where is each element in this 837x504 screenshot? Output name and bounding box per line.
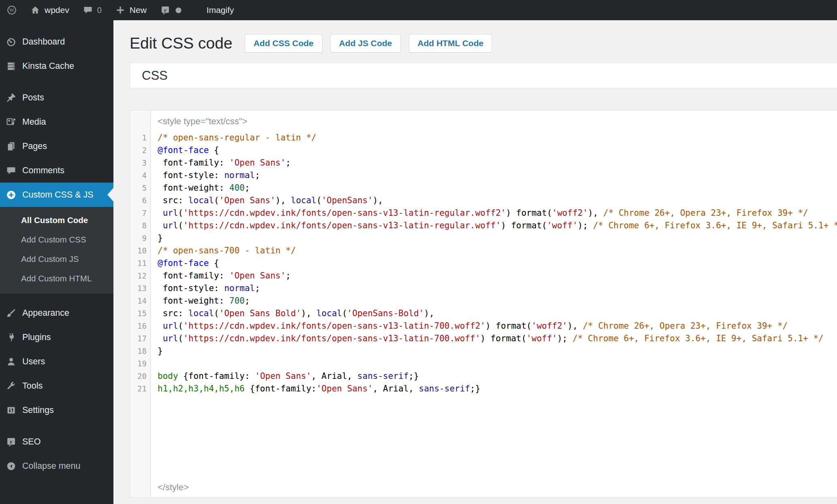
code-line: } [150, 345, 163, 357]
snippet-title-text: CSS [142, 68, 168, 83]
wordpress-logo-icon: W [7, 5, 17, 15]
sidebar-item-label: Appearance [22, 308, 69, 318]
new-content-menu[interactable]: New [109, 0, 154, 20]
sidebar-item-plugins[interactable]: Plugins [0, 325, 113, 349]
submenu-item-all-custom-code[interactable]: All Custom Code [0, 211, 113, 230]
page-title: Edit CSS code [130, 34, 233, 53]
code-line: font-family: 'Open Sans'; [150, 157, 291, 169]
code-editor[interactable]: <style type="text/css">1/* open-sans-reg… [130, 110, 837, 498]
new-label: New [130, 5, 147, 15]
sidebar-item-label: Media [22, 117, 46, 127]
editor-header-row: <style type="text/css"> [130, 115, 837, 128]
sidebar-item-pages[interactable]: Pages [0, 134, 113, 158]
comment-count: 0 [97, 6, 102, 15]
line-number: 6 [130, 194, 150, 207]
submenu-item-add-custom-js[interactable]: Add Custom JS [0, 249, 113, 269]
code-line: url('https://cdn.wpdev.ink/fonts/open-sa… [150, 320, 788, 332]
line-number: 17 [130, 332, 150, 345]
line-number: 19 [130, 357, 150, 370]
line-number: 9 [130, 232, 150, 245]
code-line: font-style: normal; [150, 169, 260, 182]
add-html-code-button[interactable]: Add HTML Code [409, 34, 493, 53]
line-number: 12 [130, 270, 150, 282]
comment-icon [83, 5, 93, 15]
wordpress-logo-menu[interactable]: W [0, 0, 23, 20]
header-buttons: Add CSS CodeAdd JS CodeAdd HTML Code [245, 34, 493, 53]
status-circle-icon [175, 6, 182, 14]
admin-bar: W wpdev 0 New y Imagify [0, 0, 837, 20]
code-line: /* open-sans-regular - latin */ [150, 132, 316, 144]
line-number: 1 [130, 132, 150, 144]
sidebar-item-label: Users [22, 356, 45, 367]
submenu-custom-css-js: All Custom CodeAdd Custom CSSAdd Custom … [0, 207, 113, 293]
sidebar-item-kinsta-cache[interactable]: Kinsta Cache [0, 54, 113, 78]
sidebar-item-dashboard[interactable]: Dashboard [0, 30, 113, 54]
dashboard-icon [6, 37, 16, 47]
code-line: } [150, 232, 163, 245]
sidebar-item-seo[interactable]: ySEO [0, 430, 113, 454]
comments-menu[interactable]: 0 [76, 0, 109, 20]
code-line: @font-face { [150, 144, 219, 157]
svg-text:W: W [9, 7, 14, 13]
snippet-title-input[interactable]: CSS [130, 63, 837, 88]
brush-icon [6, 308, 16, 318]
code-line: url('https://cdn.wpdev.ink/fonts/open-sa… [150, 207, 808, 219]
code-line: src: local('Open Sans'), local('OpenSans… [150, 194, 383, 207]
sidebar-item-posts[interactable]: Posts [0, 85, 113, 110]
line-number: 21 [130, 383, 150, 395]
wrench-icon [6, 381, 16, 391]
page-header: Edit CSS code Add CSS CodeAdd JS CodeAdd… [130, 34, 837, 53]
code-line: body {font-family: 'Open Sans', Arial, s… [150, 370, 419, 383]
sidebar-item-label: Collapse menu [22, 461, 80, 471]
pages-icon [6, 141, 16, 151]
line-number: 18 [130, 345, 150, 357]
sidebar-item-appearance[interactable]: Appearance [0, 301, 113, 325]
imagify-label: Imagify [207, 5, 234, 15]
yoast-icon: y [160, 5, 170, 15]
line-number: 15 [130, 307, 150, 320]
code-line: font-style: normal; [150, 282, 260, 295]
line-number: 2 [130, 144, 150, 157]
sidebar-item-label: Kinsta Cache [22, 61, 74, 71]
sidebar-item-label: Settings [22, 405, 54, 415]
line-number: 7 [130, 207, 150, 219]
imagify-menu[interactable]: Imagify [200, 0, 241, 20]
code-line: url('https://cdn.wpdev.ink/fonts/open-sa… [150, 332, 824, 345]
sidebar-item-label: Plugins [22, 332, 51, 342]
sidebar-item-users[interactable]: Users [0, 349, 113, 374]
sidebar-item-settings[interactable]: Settings [0, 398, 113, 422]
code-line: src: local('Open Sans Bold'), local('Ope… [150, 307, 434, 320]
add-js-code-button[interactable]: Add JS Code [330, 34, 401, 53]
line-number: 5 [130, 182, 150, 194]
editor-lines: <style type="text/css">1/* open-sans-reg… [130, 111, 837, 497]
line-number: 13 [130, 282, 150, 295]
submenu-item-add-custom-css[interactable]: Add Custom CSS [0, 230, 113, 249]
sidebar-item-label: Tools [22, 381, 43, 391]
line-number: 10 [130, 245, 150, 257]
editor-footer-row: </style> [130, 481, 837, 493]
code-line [150, 357, 158, 370]
menu-separator [0, 78, 113, 85]
line-number: 20 [130, 370, 150, 383]
sidebar-item-label: Custom CSS & JS [22, 189, 94, 200]
code-line: font-family: 'Open Sans'; [150, 270, 291, 282]
line-number: 11 [130, 257, 150, 270]
svg-text:y: y [9, 438, 13, 444]
sidebar-item-label: Posts [22, 92, 44, 103]
sidebar-item-tools[interactable]: Tools [0, 374, 113, 398]
submenu-item-add-custom-html[interactable]: Add Custom HTML [0, 269, 113, 288]
sidebar-item-media[interactable]: Media [0, 110, 113, 134]
home-icon [30, 5, 40, 15]
sidebar-item-custom-css-js[interactable]: Custom CSS & JS [0, 183, 113, 207]
code-line: @font-face { [150, 257, 219, 270]
sidebar-item-collapse-menu[interactable]: Collapse menu [0, 454, 113, 478]
user-icon [6, 357, 16, 367]
yoast-admin-bar-menu[interactable]: y [154, 0, 189, 20]
line-number: 8 [130, 219, 150, 232]
site-name-label: wpdev [45, 5, 69, 15]
code-line: font-weight: 700; [150, 295, 250, 307]
add-css-code-button[interactable]: Add CSS Code [245, 34, 322, 53]
site-name-menu[interactable]: wpdev [23, 0, 76, 20]
sidebar-item-comments[interactable]: Comments [0, 158, 113, 183]
line-number: 3 [130, 157, 150, 169]
